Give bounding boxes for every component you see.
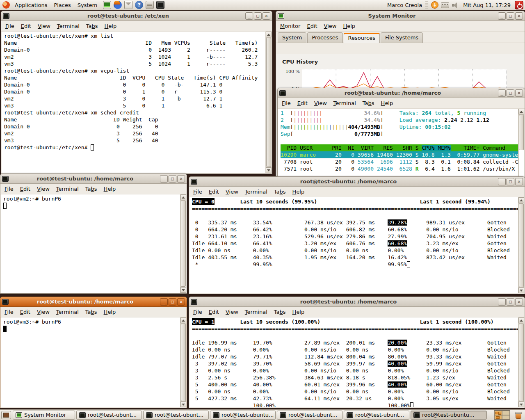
menu-edit[interactable]: Edit xyxy=(17,185,34,193)
menu-edit[interactable]: Edit xyxy=(205,187,222,196)
trash-icon[interactable] xyxy=(514,411,523,419)
minimize-button[interactable]: _ xyxy=(498,12,506,20)
close-button[interactable]: ✕ xyxy=(515,12,523,20)
menu-view[interactable]: View xyxy=(222,187,242,196)
keyboard-icon[interactable] xyxy=(441,2,449,8)
update-icon[interactable]: ↓ xyxy=(431,1,438,9)
menu-terminal[interactable]: Terminal xyxy=(53,308,82,316)
maximize-button[interactable]: □ xyxy=(507,12,514,20)
scroll-up-icon[interactable] xyxy=(518,317,524,323)
menu-edit[interactable]: Edit xyxy=(205,308,222,316)
taskbar-button[interactable]: root@test-ubunt... xyxy=(143,411,209,420)
menu-file[interactable]: File xyxy=(190,187,205,196)
terminal-window-vm2[interactable]: root@test-ubuntu: /home/marco _ □ ✕ File… xyxy=(0,173,187,294)
help-icon[interactable]: ? xyxy=(135,1,143,9)
clock[interactable]: Mit Aug 11, 17:29 xyxy=(461,2,512,8)
workspace-4[interactable] xyxy=(502,415,510,420)
menu-help[interactable]: Help xyxy=(289,187,308,196)
menu-view[interactable]: View xyxy=(222,308,242,316)
menu-edit[interactable]: Edit xyxy=(18,22,34,30)
menu-edit[interactable]: Edit xyxy=(304,22,320,30)
menu-view[interactable]: View xyxy=(34,308,53,316)
terminal-window-xen[interactable]: root@test-ubuntu: /etc/xen _ □ ✕ FileEdi… xyxy=(1,11,272,174)
menu-tabs[interactable]: Tabs xyxy=(271,308,289,316)
tab-file-systems[interactable]: File Systems xyxy=(381,32,423,43)
firefox-icon[interactable] xyxy=(114,1,122,9)
minimize-button[interactable]: _ xyxy=(160,175,168,183)
menu-file[interactable]: File xyxy=(1,308,17,316)
scrollbar[interactable] xyxy=(518,317,524,407)
scroll-up-icon[interactable] xyxy=(180,317,186,323)
minimize-button[interactable]: _ xyxy=(160,298,168,306)
menu-tabs[interactable]: Tabs xyxy=(82,308,100,316)
titlebar[interactable]: root@test-ubuntu: /home/marco _ □ ✕ xyxy=(189,297,525,307)
menu-view[interactable]: View xyxy=(34,22,54,30)
menu-help[interactable]: Help xyxy=(289,308,308,316)
workspace-1[interactable] xyxy=(494,411,502,415)
tab-processes[interactable]: Processes xyxy=(307,32,342,43)
workspace-3[interactable] xyxy=(494,415,502,420)
menu-system[interactable]: System xyxy=(74,1,100,9)
menu-file[interactable]: File xyxy=(278,99,294,107)
titlebar[interactable]: root@test-ubuntu: /etc/xen _ □ ✕ xyxy=(1,11,272,21)
ubuntu-logo-icon[interactable] xyxy=(2,1,10,9)
package-icon[interactable] xyxy=(146,1,154,9)
scrollbar[interactable] xyxy=(180,317,186,407)
close-button[interactable]: ✕ xyxy=(515,178,523,185)
taskbar-button[interactable]: root@test-ubunt... xyxy=(76,411,142,420)
menu-edit[interactable]: Edit xyxy=(17,308,34,316)
menu-help[interactable]: Help xyxy=(101,22,120,30)
terminal-output[interactable]: CPU = 1Last 10 seconds (100.00%)Last 1 s… xyxy=(189,317,518,407)
menu-file[interactable]: File xyxy=(190,308,205,316)
show-desktop-button[interactable] xyxy=(1,411,11,419)
menu-tabs[interactable]: Tabs xyxy=(271,187,289,196)
scroll-down-icon[interactable] xyxy=(180,287,186,293)
close-button[interactable]: ✕ xyxy=(177,175,185,183)
scroll-up-icon[interactable] xyxy=(518,197,524,203)
maximize-button[interactable]: □ xyxy=(507,89,514,97)
maximize-button[interactable]: □ xyxy=(169,298,176,306)
titlebar[interactable]: root@test-ubuntu: /home/marco _ □ ✕ xyxy=(0,174,187,184)
menu-help[interactable]: Help xyxy=(100,185,119,193)
maximize-button[interactable]: □ xyxy=(507,298,514,306)
close-button[interactable]: ✕ xyxy=(515,298,523,306)
titlebar[interactable]: root@test-ubuntu: /home/marco _ □ ✕ xyxy=(278,88,525,98)
menu-help[interactable]: Help xyxy=(378,99,397,107)
menu-edit[interactable]: Edit xyxy=(294,99,311,107)
scroll-down-icon[interactable] xyxy=(518,288,524,293)
close-button[interactable]: ✕ xyxy=(262,12,270,20)
mail-icon[interactable] xyxy=(124,1,132,9)
scroll-up-icon[interactable] xyxy=(266,32,272,37)
scroll-down-icon[interactable] xyxy=(180,402,186,407)
menu-view[interactable]: View xyxy=(311,99,330,107)
titlebar[interactable]: root@test-ubuntu: /home/marco _ □ ✕ xyxy=(0,297,187,307)
scrollbar[interactable] xyxy=(518,197,524,293)
terminal-window-xenmon-cpu0[interactable]: root@test-ubuntu: /home/marco _ □ ✕ File… xyxy=(189,176,525,294)
minimize-button[interactable]: _ xyxy=(498,178,506,185)
menu-help[interactable]: Help xyxy=(100,308,119,316)
taskbar-button[interactable]: System Monitor xyxy=(13,411,75,420)
minimize-button[interactable]: _ xyxy=(245,12,253,20)
scrollbar[interactable] xyxy=(265,32,272,173)
titlebar[interactable]: System Monitor _ □ ✕ xyxy=(276,11,525,21)
close-button[interactable]: ✕ xyxy=(177,298,185,306)
terminal-output[interactable]: root@vm2:~# burnP6 xyxy=(1,194,180,293)
taskbar-button[interactable]: root@test-ubunt... xyxy=(344,411,409,420)
menu-applications[interactable]: Applications xyxy=(11,1,50,9)
terminal-icon[interactable] xyxy=(156,1,164,9)
taskbar-button[interactable]: root@test-ubunt... xyxy=(277,411,342,420)
taskbar-button[interactable]: root@test-ubuntu... xyxy=(411,411,487,420)
menu-terminal[interactable]: Terminal xyxy=(242,187,271,196)
menu-help[interactable]: Help xyxy=(340,22,358,30)
terminal-output[interactable]: root@vm3:~# burnP6 xyxy=(1,317,180,407)
volume-muted-icon[interactable] xyxy=(452,2,459,9)
scroll-up-icon[interactable] xyxy=(518,109,524,114)
scroll-up-icon[interactable] xyxy=(180,194,186,200)
system-monitor-icon[interactable] xyxy=(103,1,111,9)
scroll-down-icon[interactable] xyxy=(266,167,272,173)
menu-monitor[interactable]: Monitor xyxy=(277,22,304,30)
workspace-2[interactable] xyxy=(502,411,510,415)
tab-system[interactable]: System xyxy=(278,32,306,43)
menu-tabs[interactable]: Tabs xyxy=(82,185,100,193)
menu-view[interactable]: View xyxy=(34,185,53,193)
